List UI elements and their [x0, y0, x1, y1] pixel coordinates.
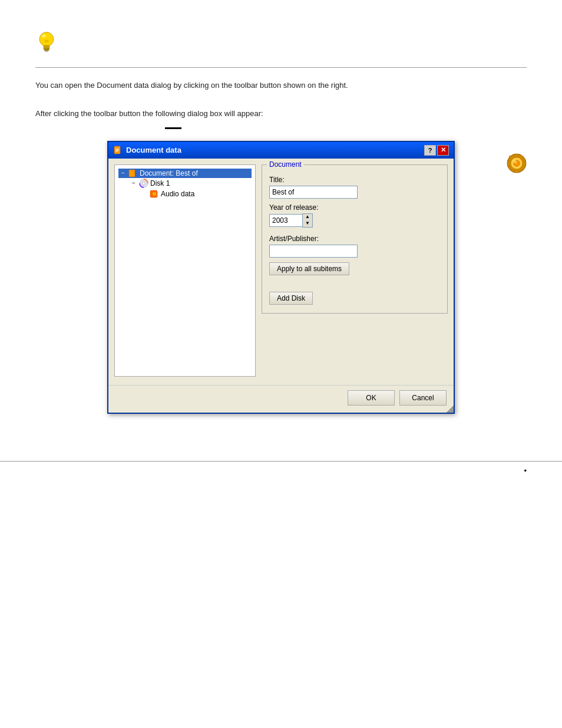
underline-mark	[165, 127, 181, 129]
svg-point-19	[513, 160, 517, 163]
year-down-button[interactable]: ▼	[303, 220, 312, 227]
dialog-close-button[interactable]: ✕	[437, 145, 449, 156]
tree-disk-label: Disk 1	[150, 179, 170, 187]
expand-root-icon: −	[120, 170, 127, 176]
svg-rect-11	[515, 154, 518, 157]
apply-subitems-button[interactable]: Apply to all subitems	[269, 262, 349, 275]
year-spinner[interactable]: ▲ ▼	[302, 213, 313, 228]
svg-point-31	[154, 193, 155, 195]
title-label: Title:	[269, 176, 440, 184]
ok-button[interactable]: OK	[348, 390, 395, 406]
svg-rect-4	[44, 49, 49, 51]
lightbulb-icon	[35, 29, 58, 55]
year-up-button[interactable]: ▲	[303, 214, 312, 220]
dialog-wrapper: Document data ? ✕ −	[35, 141, 527, 414]
expand-audio-icon	[141, 190, 148, 197]
svg-rect-14	[523, 162, 526, 164]
dialog-title-icon	[113, 146, 123, 155]
svg-rect-13	[507, 162, 510, 164]
cancel-button[interactable]: Cancel	[399, 390, 447, 406]
expand-disk-icon: −	[130, 180, 137, 186]
svg-rect-7	[45, 51, 48, 52]
page-bullet: •	[0, 462, 562, 480]
audio-tree-icon	[150, 189, 159, 199]
document-data-dialog: Document data ? ✕ −	[107, 141, 455, 414]
year-label: Year of release:	[269, 203, 440, 212]
tree-panel: − Document: Best of −	[114, 164, 256, 377]
titlebar-left: Document data	[113, 146, 181, 155]
tree-root-label: Document: Best of	[140, 169, 198, 177]
add-disk-button[interactable]: Add Disk	[269, 292, 313, 305]
titlebar-buttons: ? ✕	[424, 145, 449, 156]
tree-disk-item[interactable]: − Disk 1	[129, 178, 252, 189]
gear-icon	[507, 153, 527, 173]
body-text-2: After clicking the toolbar button the fo…	[35, 108, 527, 120]
svg-rect-12	[515, 170, 518, 173]
title-input[interactable]	[269, 186, 358, 199]
tree-audio-item[interactable]: Audio data	[140, 189, 252, 199]
tree-audio-label: Audio data	[161, 190, 194, 198]
dialog-titlebar: Document data ? ✕	[108, 142, 454, 159]
svg-point-0	[39, 32, 54, 47]
dialog-footer: OK Cancel	[108, 385, 454, 413]
document-tree-icon	[128, 169, 138, 177]
top-divider	[35, 67, 527, 68]
settings-icon-container	[507, 153, 527, 175]
tree-root-item[interactable]: − Document: Best of	[118, 169, 252, 178]
artist-input[interactable]	[269, 245, 358, 258]
document-group: Document Title: Year of release: ▲ ▼	[262, 164, 448, 314]
right-panel: Document Title: Year of release: ▲ ▼	[262, 164, 448, 377]
dialog-title: Document data	[126, 146, 181, 154]
dialog-help-button[interactable]: ?	[424, 145, 436, 156]
body-text-1: You can open the Document data dialog by…	[35, 80, 527, 92]
year-input-wrapper: ▲ ▼	[269, 213, 440, 228]
dialog-body: − Document: Best of −	[108, 159, 454, 383]
resize-handle[interactable]	[447, 406, 454, 413]
svg-rect-2	[44, 45, 50, 48]
svg-point-28	[143, 182, 145, 185]
artist-label: Artist/Publisher:	[269, 235, 440, 243]
year-input[interactable]	[269, 214, 302, 227]
tip-section	[35, 29, 527, 55]
cd-tree-icon	[139, 179, 148, 188]
add-disk-container: Add Disk	[269, 287, 440, 305]
svg-rect-3	[44, 47, 50, 49]
artist-label-container: Artist/Publisher:	[269, 235, 440, 258]
group-box-legend: Document	[267, 160, 304, 169]
svg-point-1	[42, 34, 46, 38]
